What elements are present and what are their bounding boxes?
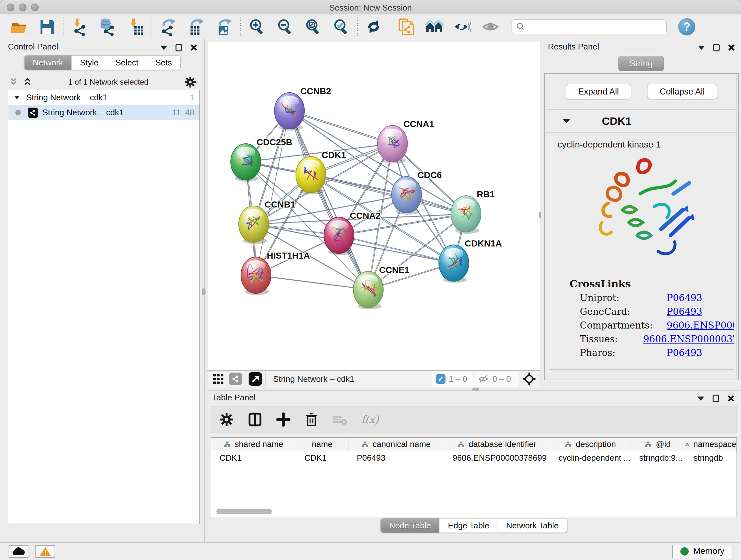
table-options-gear-icon[interactable] <box>219 413 233 427</box>
collapse-all-button[interactable]: Collapse All <box>647 84 717 99</box>
network-node-RB1[interactable]: RB1 <box>451 189 495 234</box>
tab-sets[interactable]: Sets <box>147 56 180 70</box>
horizontal-scrollbar[interactable] <box>216 509 272 514</box>
tab-select[interactable]: Select <box>107 56 147 70</box>
import-table-button[interactable] <box>122 17 150 37</box>
zoom-fit-button[interactable] <box>299 17 327 37</box>
memory-button[interactable]: Memory <box>672 545 732 558</box>
gear-icon[interactable] <box>185 76 196 88</box>
first-neighbors-button[interactable] <box>420 17 448 37</box>
show-all-button[interactable] <box>476 17 504 37</box>
column-header[interactable]: database identifier <box>444 438 550 451</box>
crosslink-row: Uniprot: P06493 <box>580 293 734 303</box>
close-panel-icon[interactable] <box>728 44 735 51</box>
network-node-CCNB2[interactable]: CCNB2 <box>274 86 331 131</box>
string-badge-icon[interactable] <box>229 373 242 385</box>
warnings-button[interactable] <box>36 545 55 558</box>
column-type-icon <box>224 441 230 448</box>
birds-eye-view-icon[interactable] <box>212 373 225 385</box>
column-header[interactable]: shared name <box>211 438 296 451</box>
table-panel: Table Panel <box>207 390 741 543</box>
import-network-database-button[interactable] <box>93 17 122 37</box>
search-icon <box>516 22 525 32</box>
tab-style[interactable]: Style <box>72 56 107 70</box>
search-input[interactable] <box>525 22 663 31</box>
export-network-button[interactable] <box>154 17 182 37</box>
gene-name: CDK1 <box>602 115 631 127</box>
column-header[interactable]: @id <box>631 438 685 451</box>
title-bar: Session: New Session <box>0 0 741 14</box>
tab-string[interactable]: String <box>618 56 664 71</box>
hide-selection-button[interactable] <box>448 17 476 37</box>
network-node-HIST1H1A[interactable]: HIST1H1A <box>241 251 310 295</box>
toolbar-separator <box>63 17 64 36</box>
collapse-all-icon[interactable] <box>9 77 18 87</box>
column-type-icon <box>565 441 571 448</box>
table-row[interactable]: CDK1 CDK1 P06493 9606.ENSP00000378699 cy… <box>211 451 737 466</box>
tree-expander-icon[interactable] <box>14 96 20 99</box>
network-row[interactable]: String Network – cdk1 11 48 <box>8 105 199 120</box>
left-divider-handle[interactable] <box>202 288 205 295</box>
network-node-CDKN1A[interactable]: CDKN1A <box>439 239 502 283</box>
float-panel-icon[interactable] <box>176 44 182 51</box>
delete-column-icon[interactable] <box>305 413 319 427</box>
table-toolbar: f(x) <box>211 406 737 433</box>
network-node-CDK1[interactable]: CDK1 <box>296 150 346 194</box>
export-image-button[interactable] <box>210 17 239 37</box>
crosshair-icon[interactable] <box>522 372 536 386</box>
network-view[interactable]: CCNB2CCNA1CDC25BCDK1CDC6RB1CCNB1CCNA2CDK… <box>207 42 540 371</box>
apply-layout-button[interactable] <box>360 17 388 37</box>
tab-node-table[interactable]: Node Table <box>381 518 440 533</box>
export-table-button[interactable] <box>182 17 210 37</box>
crosslink-compartments[interactable]: 9606.ENSP00000378699 <box>667 320 734 331</box>
panel-menu-icon[interactable] <box>697 396 704 401</box>
zoom-out-button[interactable] <box>271 17 299 37</box>
add-column-icon[interactable] <box>276 413 290 427</box>
eye-icon <box>482 18 499 36</box>
zoom-out-icon <box>276 18 294 36</box>
share-session-button[interactable] <box>392 17 420 37</box>
control-panel-title: Control Panel <box>8 42 58 52</box>
crosslink-genecard[interactable]: P06493 <box>667 306 702 317</box>
save-session-button[interactable] <box>33 17 61 37</box>
show-columns-icon[interactable] <box>248 412 262 427</box>
close-panel-icon[interactable] <box>727 395 734 402</box>
panel-menu-icon[interactable] <box>698 46 705 50</box>
tab-network[interactable]: Network <box>24 56 71 70</box>
selected-checkbox-icon[interactable]: ✓ <box>436 374 446 384</box>
crosslink-uniprot[interactable]: P06493 <box>667 293 702 303</box>
crosslink-tissues[interactable]: 9606.ENSP00000378699 <box>643 334 734 345</box>
collection-count: 1 <box>190 92 194 103</box>
import-network-file-button[interactable] <box>65 17 93 37</box>
network-node-CCNB1[interactable]: CCNB1 <box>239 199 295 244</box>
tab-network-table[interactable]: Network Table <box>498 518 567 533</box>
expand-all-button[interactable]: Expand All <box>566 84 631 99</box>
network-collection-row[interactable]: String Network – cdk1 1 <box>8 90 199 105</box>
column-header[interactable]: namespace <box>685 438 737 451</box>
column-header[interactable]: description <box>550 438 631 451</box>
open-session-button[interactable] <box>5 17 33 37</box>
open-in-browser-icon[interactable] <box>249 372 262 386</box>
selection-counts: ✓ 1 – 0 0 – 0 <box>432 371 518 387</box>
section-expander-icon[interactable] <box>563 119 570 123</box>
help-button[interactable]: ? <box>678 18 695 36</box>
crosslinks-heading: CrossLinks <box>569 278 734 290</box>
tab-edge-table[interactable]: Edge Table <box>440 518 498 533</box>
panel-menu-icon[interactable] <box>160 46 167 50</box>
column-header[interactable]: canonical name <box>348 438 444 451</box>
zoom-in-button[interactable] <box>243 17 271 37</box>
toolbar-search[interactable] <box>512 19 667 34</box>
close-panel-icon[interactable] <box>190 44 197 51</box>
network-node-CCNE1[interactable]: CCNE1 <box>353 265 409 309</box>
network-node-CDC6[interactable]: CDC6 <box>392 170 442 214</box>
float-panel-icon[interactable] <box>713 44 720 51</box>
zoom-selected-button[interactable] <box>327 17 355 37</box>
float-panel-icon[interactable] <box>713 395 719 402</box>
crosslink-pharos[interactable]: P06493 <box>667 348 702 358</box>
cloud-status-button[interactable] <box>9 545 28 558</box>
expand-all-icon[interactable] <box>23 77 32 87</box>
crosslink-label: Pharos: <box>580 348 641 358</box>
network-graph[interactable]: CCNB2CCNA1CDC25BCDK1CDC6RB1CCNB1CCNA2CDK… <box>207 42 540 370</box>
column-header[interactable]: name <box>296 438 348 451</box>
gene-section-header[interactable]: CDK1 <box>546 110 737 133</box>
